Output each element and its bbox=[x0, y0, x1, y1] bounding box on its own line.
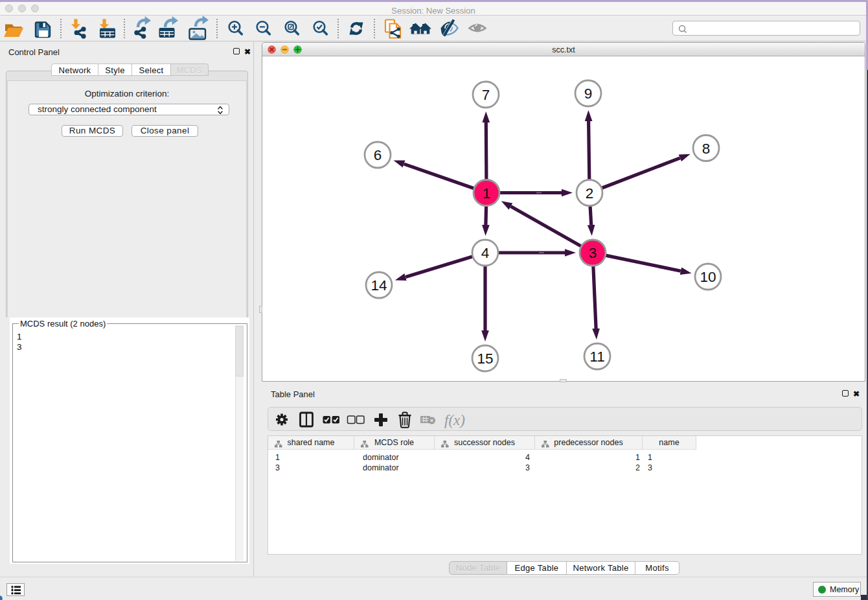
svg-text:10: 10 bbox=[700, 269, 716, 285]
svg-text:9: 9 bbox=[584, 86, 593, 102]
svg-text:11: 11 bbox=[589, 349, 604, 365]
svg-text:f(x): f(x) bbox=[444, 412, 465, 428]
svg-text:8: 8 bbox=[702, 141, 711, 157]
svg-text:7: 7 bbox=[482, 87, 490, 103]
svg-text:3: 3 bbox=[589, 245, 597, 261]
svg-text:4: 4 bbox=[481, 245, 490, 261]
svg-text:14: 14 bbox=[371, 277, 387, 294]
svg-text:6: 6 bbox=[374, 147, 382, 163]
svg-text:1: 1 bbox=[483, 185, 491, 202]
svg-text:2: 2 bbox=[586, 185, 594, 202]
svg-text:15: 15 bbox=[477, 351, 493, 367]
